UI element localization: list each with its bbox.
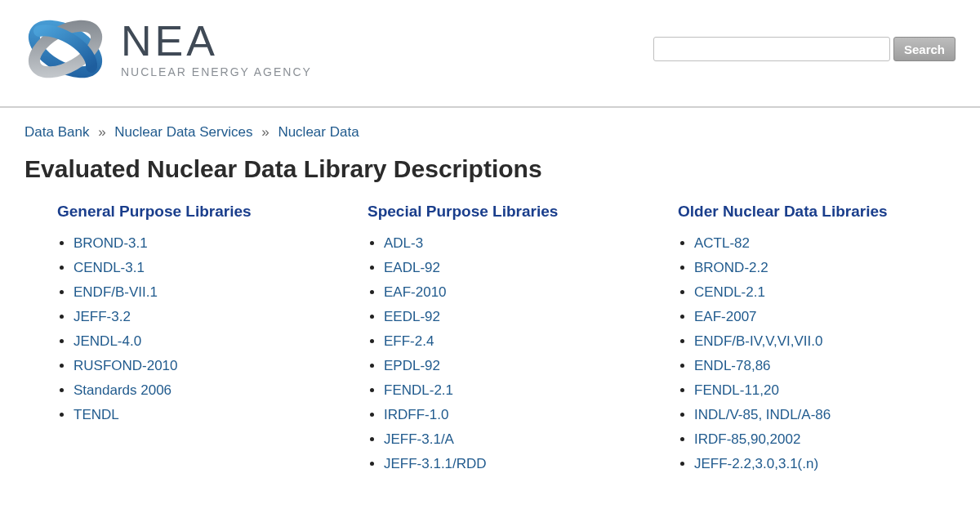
- logo-title: NEA: [121, 20, 312, 62]
- library-link[interactable]: JENDL-4.0: [74, 333, 141, 349]
- library-link[interactable]: JEFF-3.1.1/RDD: [384, 456, 487, 471]
- library-link[interactable]: INDL/V-85, INDL/A-86: [694, 407, 831, 422]
- col-older-libraries: Older Nuclear Data Libraries ACTL-82BRON…: [678, 203, 956, 480]
- list-item: EEDL-92: [384, 309, 645, 325]
- list-item: EFF-2.4: [384, 333, 645, 350]
- col-list: ACTL-82BROND-2.2CENDL-2.1EAF-2007ENDF/B-…: [678, 235, 956, 472]
- list-item: CENDL-2.1: [694, 284, 956, 301]
- list-item: RUSFOND-2010: [74, 358, 335, 374]
- library-link[interactable]: ENDF/B-IV,V,VI,VII.0: [694, 333, 822, 349]
- breadcrumb-sep: »: [98, 124, 105, 140]
- breadcrumb-link-nuclear-data[interactable]: Nuclear Data: [278, 124, 359, 140]
- library-link[interactable]: IRDFF-1.0: [384, 407, 448, 422]
- list-item: TENDL: [74, 407, 335, 423]
- library-link[interactable]: ENDF/B-VII.1: [74, 284, 158, 300]
- library-link[interactable]: ADL-3: [384, 235, 423, 251]
- library-link[interactable]: ENDL-78,86: [694, 358, 771, 373]
- col-title: General Purpose Libraries: [57, 203, 335, 221]
- list-item: IRDFF-1.0: [384, 407, 645, 423]
- library-link[interactable]: BROND-2.2: [694, 260, 768, 275]
- library-link[interactable]: Standards 2006: [74, 382, 172, 398]
- logo-text: NEA NUCLEAR ENERGY AGENCY: [121, 20, 312, 78]
- list-item: ACTL-82: [694, 235, 956, 252]
- header: NEA NUCLEAR ENERGY AGENCY Search: [0, 0, 980, 108]
- logo-block: NEA NUCLEAR ENERGY AGENCY: [24, 8, 312, 90]
- list-item: JENDL-4.0: [74, 333, 335, 350]
- col-title: Special Purpose Libraries: [368, 203, 645, 221]
- search-box: Search: [653, 37, 956, 61]
- breadcrumb-link-nuclear-data-services[interactable]: Nuclear Data Services: [114, 124, 252, 140]
- library-link[interactable]: CENDL-2.1: [694, 284, 765, 300]
- col-special-purpose: Special Purpose Libraries ADL-3EADL-92EA…: [368, 203, 645, 480]
- list-item: FENDL-11,20: [694, 382, 956, 399]
- col-general-purpose: General Purpose Libraries BROND-3.1CENDL…: [57, 203, 335, 480]
- library-link[interactable]: EFF-2.4: [384, 333, 434, 349]
- list-item: ENDL-78,86: [694, 358, 956, 374]
- breadcrumb-sep: »: [261, 124, 269, 140]
- list-item: INDL/V-85, INDL/A-86: [694, 407, 956, 423]
- logo-subtitle: NUCLEAR ENERGY AGENCY: [121, 65, 312, 78]
- breadcrumb: Data Bank » Nuclear Data Services » Nucl…: [24, 124, 956, 141]
- list-item: ENDF/B-IV,V,VI,VII.0: [694, 333, 956, 350]
- library-link[interactable]: IRDF-85,90,2002: [694, 431, 800, 447]
- list-item: FENDL-2.1: [384, 382, 645, 399]
- list-item: BROND-2.2: [694, 260, 956, 276]
- library-link[interactable]: EAF-2010: [384, 284, 447, 300]
- list-item: Standards 2006: [74, 382, 335, 399]
- list-item: JEFF-3.2: [74, 309, 335, 325]
- list-item: ADL-3: [384, 235, 645, 252]
- library-link[interactable]: CENDL-3.1: [74, 260, 145, 275]
- library-link[interactable]: BROND-3.1: [74, 235, 148, 251]
- library-link[interactable]: FENDL-2.1: [384, 382, 453, 398]
- breadcrumb-link-data-bank[interactable]: Data Bank: [24, 124, 89, 140]
- list-item: JEFF-2.2,3.0,3.1(.n): [694, 456, 956, 472]
- list-item: JEFF-3.1.1/RDD: [384, 456, 645, 472]
- logo-icon: [24, 8, 106, 90]
- col-list: ADL-3EADL-92EAF-2010EEDL-92EFF-2.4EPDL-9…: [368, 235, 645, 472]
- col-list: BROND-3.1CENDL-3.1ENDF/B-VII.1JEFF-3.2JE…: [57, 235, 335, 423]
- list-item: EPDL-92: [384, 358, 645, 374]
- library-link[interactable]: EPDL-92: [384, 358, 440, 373]
- list-item: EAF-2007: [694, 309, 956, 325]
- list-item: ENDF/B-VII.1: [74, 284, 335, 301]
- library-link[interactable]: JEFF-3.1/A: [384, 431, 454, 447]
- library-link[interactable]: JEFF-2.2,3.0,3.1(.n): [694, 456, 818, 471]
- list-item: EAF-2010: [384, 284, 645, 301]
- content: Data Bank » Nuclear Data Services » Nucl…: [0, 108, 980, 497]
- list-item: JEFF-3.1/A: [384, 431, 645, 448]
- search-input[interactable]: [653, 37, 890, 61]
- library-link[interactable]: TENDL: [74, 407, 119, 422]
- search-button[interactable]: Search: [893, 37, 956, 61]
- col-title: Older Nuclear Data Libraries: [678, 203, 956, 221]
- library-link[interactable]: EADL-92: [384, 260, 440, 275]
- library-link[interactable]: EAF-2007: [694, 309, 757, 324]
- list-item: EADL-92: [384, 260, 645, 276]
- library-link[interactable]: JEFF-3.2: [74, 309, 131, 324]
- library-link[interactable]: RUSFOND-2010: [74, 358, 178, 373]
- library-link[interactable]: EEDL-92: [384, 309, 440, 324]
- columns: General Purpose Libraries BROND-3.1CENDL…: [24, 203, 956, 480]
- library-link[interactable]: FENDL-11,20: [694, 382, 779, 398]
- page-title: Evaluated Nuclear Data Library Descripti…: [24, 155, 956, 183]
- list-item: BROND-3.1: [74, 235, 335, 252]
- list-item: IRDF-85,90,2002: [694, 431, 956, 448]
- list-item: CENDL-3.1: [74, 260, 335, 276]
- library-link[interactable]: ACTL-82: [694, 235, 750, 251]
